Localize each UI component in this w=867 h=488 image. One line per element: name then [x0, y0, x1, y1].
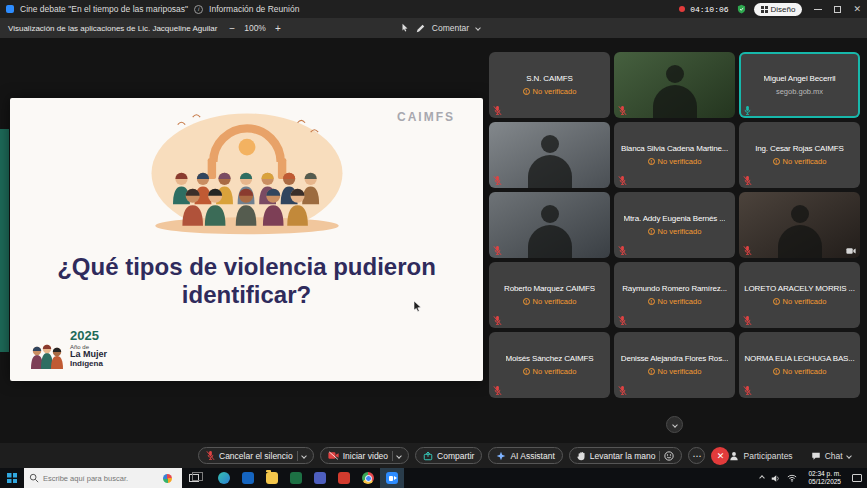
participant-tile[interactable]: S.N. CAIMFS!No verificado [489, 52, 610, 118]
start-button[interactable] [0, 468, 24, 488]
chrome-icon [362, 472, 374, 484]
raise-hand-button[interactable]: Levantar la mano [569, 447, 683, 464]
clock[interactable]: 02:34 p. m. 05/12/2025 [804, 470, 845, 487]
zoom-icon [386, 472, 398, 484]
meeting-info-label[interactable]: Información de Reunión [209, 4, 299, 14]
zoom-icon[interactable] [380, 468, 404, 488]
zoom-level[interactable]: 100% [244, 23, 266, 33]
security-shield-icon[interactable] [737, 4, 746, 14]
teams-icon[interactable] [308, 468, 332, 488]
not-verified-badge: !No verificado [648, 157, 702, 166]
chrome-icon[interactable] [356, 468, 380, 488]
annotate-pencil-icon[interactable] [416, 24, 425, 33]
unmute-dropdown-chevron[interactable] [301, 453, 307, 459]
task-view-icon [189, 474, 199, 482]
person-silhouette-body [778, 225, 822, 258]
search-icon [29, 473, 39, 483]
comment-label[interactable]: Comentar [432, 23, 469, 33]
edge-icon[interactable] [212, 468, 236, 488]
leave-meeting-button[interactable]: ✕ [711, 447, 729, 465]
participant-tile[interactable]: LORETO ARACELY MORRIS ...!No verificado [739, 262, 860, 328]
taskbar-search[interactable] [24, 468, 182, 488]
acrobat-icon[interactable] [332, 468, 356, 488]
participant-tile[interactable]: NORMA ELIA LECHUGA BAS...!No verificado [739, 332, 860, 398]
chat-button[interactable]: Chat [811, 451, 851, 461]
divider [392, 451, 393, 461]
reactions-smiley-icon[interactable] [664, 451, 674, 461]
action-center-icon[interactable] [852, 474, 862, 482]
speaker-icon[interactable] [771, 474, 780, 483]
mic-muted-icon [618, 245, 627, 256]
warning-icon: ! [523, 368, 530, 375]
participants-button[interactable]: Participantes [729, 451, 792, 461]
not-verified-badge: !No verificado [523, 87, 577, 96]
outlook-icon [242, 472, 254, 484]
close-button[interactable]: ✕ [853, 5, 861, 14]
participant-tile[interactable] [739, 192, 860, 258]
chat-dropdown-chevron[interactable] [846, 453, 852, 459]
comment-dropdown-chevron[interactable] [475, 25, 481, 31]
participant-tile[interactable]: Mtra. Addy Eugenia Bernés ...!No verific… [614, 192, 735, 258]
not-verified-badge: !No verificado [773, 297, 827, 306]
start-video-button[interactable]: Iniciar video [320, 447, 409, 464]
collapse-gallery-button[interactable] [666, 416, 683, 433]
zoom-out-button[interactable]: − [229, 23, 235, 34]
share-screen-icon [423, 451, 433, 461]
outlook-icon[interactable] [236, 468, 260, 488]
more-options-button[interactable]: ⋯ [688, 447, 705, 464]
mic-on-icon [743, 105, 752, 116]
tray-expand-icon[interactable] [760, 475, 766, 481]
participants-icon [729, 451, 739, 461]
participant-name: Miguel Angel Becerril [764, 74, 836, 83]
participant-tile[interactable]: Blanca Silvia Cadena Martine...!No verif… [614, 122, 735, 188]
system-tray: 02:34 p. m. 05/12/2025 [760, 470, 867, 487]
person-silhouette-body [528, 225, 572, 258]
share-screen-button[interactable]: Compartir [415, 447, 482, 464]
person-silhouette-head [541, 205, 559, 223]
participant-tile[interactable]: Miguel Angel Becerrilsegob.gob.mx [739, 52, 860, 118]
task-view-button[interactable] [182, 468, 206, 488]
participant-name: NORMA ELIA LECHUGA BAS... [744, 354, 854, 363]
year-logo: 2025 Año de La Mujer Indígena [30, 329, 107, 369]
maximize-button[interactable] [834, 6, 841, 13]
unmute-button[interactable]: Cancelar el silencio [198, 447, 314, 464]
excel-icon [290, 472, 302, 484]
mic-muted-icon [743, 385, 752, 396]
participant-tile[interactable]: Roberto Marquez CAIMFS!No verificado [489, 262, 610, 328]
participant-grid: S.N. CAIMFS!No verificadoMiguel Angel Be… [489, 52, 860, 398]
participant-domain: segob.gob.mx [776, 87, 823, 96]
mic-muted-icon [743, 315, 752, 326]
not-verified-badge: !No verificado [523, 367, 577, 376]
folder-icon[interactable] [260, 468, 284, 488]
participant-tile[interactable]: Ing. Cesar Rojas CAIMFS!No verificado [739, 122, 860, 188]
participant-tile[interactable]: Moisés Sánchez CAIMFS!No verificado [489, 332, 610, 398]
pointer-icon[interactable] [401, 23, 409, 33]
clock-time: 02:34 p. m. [808, 470, 841, 478]
minimize-button[interactable] [814, 9, 822, 10]
participant-name: Blanca Silvia Cadena Martine... [621, 144, 728, 153]
slide: CAIMFS [10, 98, 483, 381]
participant-name: Raymundo Romero Ramírez... [622, 284, 727, 293]
video-dropdown-chevron[interactable] [396, 453, 402, 459]
participant-tile[interactable]: Raymundo Romero Ramírez...!No verificado [614, 262, 735, 328]
design-button[interactable]: Diseño [754, 3, 803, 16]
recording-dot-icon [679, 6, 685, 12]
ai-assistant-button[interactable]: AI Assistant [488, 447, 562, 464]
search-input[interactable] [43, 474, 159, 483]
not-verified-badge: !No verificado [648, 227, 702, 236]
network-icon[interactable] [787, 474, 797, 482]
zoom-in-button[interactable]: + [275, 23, 281, 34]
participant-tile[interactable] [614, 52, 735, 118]
warning-icon: ! [773, 298, 780, 305]
participant-tile[interactable] [489, 122, 610, 188]
participant-tile[interactable] [489, 192, 610, 258]
ai-sparkle-icon [496, 451, 506, 461]
excel-icon[interactable] [284, 468, 308, 488]
edge-icon [218, 472, 230, 484]
control-bar: Cancelar el silencio Iniciar video Compa… [0, 443, 867, 468]
mic-muted-icon [618, 315, 627, 326]
search-highlights-icon[interactable] [163, 474, 172, 483]
mic-muted-icon [493, 385, 502, 396]
year-logo-2025: 2025 [70, 329, 107, 343]
participant-tile[interactable]: Denisse Alejandra Flores Ros...!No verif… [614, 332, 735, 398]
